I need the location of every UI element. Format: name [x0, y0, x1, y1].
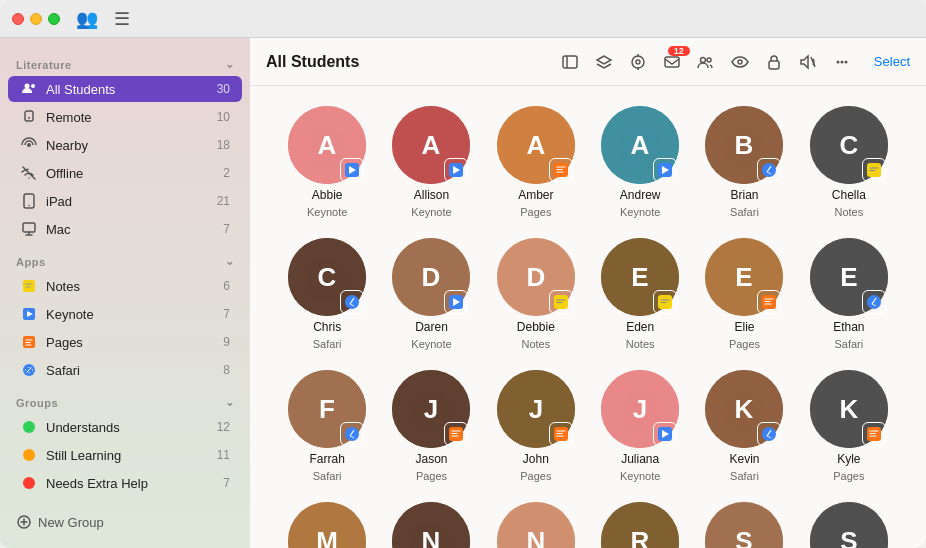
- sidebar-section-apps[interactable]: Apps ⌄: [0, 243, 250, 272]
- sidebar-item-label: All Students: [46, 82, 217, 97]
- sidebar-item-notes[interactable]: Notes 6: [8, 273, 242, 299]
- mute-icon[interactable]: [798, 52, 818, 72]
- student-card[interactable]: E EliePages: [697, 238, 791, 350]
- svg-point-16: [23, 477, 35, 489]
- avatar: N: [497, 502, 575, 548]
- sidebar-item-count: 18: [217, 138, 230, 152]
- app-icon: [862, 422, 886, 446]
- eye-icon[interactable]: [730, 52, 750, 72]
- student-card[interactable]: S SamaraPages: [697, 502, 791, 548]
- avatar: R: [601, 502, 679, 548]
- sidebar-item-still-learning[interactable]: Still Learning 11: [8, 442, 242, 468]
- student-avatar-wrap: N: [497, 502, 575, 548]
- student-card[interactable]: R RaffiKeynote: [593, 502, 687, 548]
- sidebar-item-count: 8: [223, 363, 230, 377]
- student-avatar-wrap: J: [392, 370, 470, 448]
- sidebar-section-groups[interactable]: Groups ⌄: [0, 384, 250, 413]
- student-card[interactable]: J JulianaKeynote: [593, 370, 687, 482]
- student-card[interactable]: C ChrisSafari: [280, 238, 374, 350]
- sidebar-item-keynote[interactable]: Keynote 7: [8, 301, 242, 327]
- student-card[interactable]: A AllisonKeynote: [384, 106, 478, 218]
- svg-rect-24: [665, 57, 679, 67]
- maximize-button[interactable]: [48, 13, 60, 25]
- student-card[interactable]: E EthanSafari: [802, 238, 896, 350]
- sidebar-item-understands[interactable]: Understands 12: [8, 414, 242, 440]
- student-app: Safari: [730, 206, 759, 218]
- sidebar-item-needs-extra-help[interactable]: Needs Extra Help 7: [8, 470, 242, 496]
- sidebar-item-count: 7: [223, 307, 230, 321]
- svg-text:D: D: [422, 262, 441, 292]
- student-card[interactable]: B BrianSafari: [697, 106, 791, 218]
- student-name: Eden: [626, 320, 654, 334]
- app-icon: [653, 422, 677, 446]
- student-card[interactable]: K KylePages: [802, 370, 896, 482]
- target-icon[interactable]: [628, 52, 648, 72]
- student-card[interactable]: J JasonPages: [384, 370, 478, 482]
- student-app: Notes: [521, 338, 550, 350]
- student-card[interactable]: A AmberPages: [489, 106, 583, 218]
- student-card[interactable]: A AndrewKeynote: [593, 106, 687, 218]
- notes-icon: [20, 277, 38, 295]
- student-card[interactable]: D DarenKeynote: [384, 238, 478, 350]
- sidebar-item-remote[interactable]: Remote 10: [8, 104, 242, 130]
- sidebar-item-mac[interactable]: Mac 7: [8, 216, 242, 242]
- student-card[interactable]: N NicoleNotes: [489, 502, 583, 548]
- student-avatar-wrap: D: [392, 238, 470, 316]
- sidebar-item-all-students[interactable]: All Students 30: [8, 76, 242, 102]
- needs-help-icon: [20, 474, 38, 492]
- app-icon: [340, 290, 364, 314]
- student-card[interactable]: M MatthewPages: [280, 502, 374, 548]
- student-card[interactable]: N NerioSafari: [384, 502, 478, 548]
- svg-text:E: E: [840, 262, 857, 292]
- student-card[interactable]: C ChellaNotes: [802, 106, 896, 218]
- svg-text:A: A: [631, 130, 650, 160]
- svg-text:E: E: [736, 262, 753, 292]
- main-content: Literature ⌄ All Students 30 Remote 10: [0, 38, 926, 548]
- sidebar-toggle-icon[interactable]: [560, 52, 580, 72]
- more-icon[interactable]: [832, 52, 852, 72]
- sidebar-item-count: 7: [223, 222, 230, 236]
- app-icon: [549, 290, 573, 314]
- sidebar-item-safari[interactable]: Safari 8: [8, 357, 242, 383]
- sidebar-item-ipad[interactable]: iPad 21: [8, 188, 242, 214]
- student-app: Keynote: [411, 206, 451, 218]
- student-avatar-wrap: K: [705, 370, 783, 448]
- sidebar-item-pages[interactable]: Pages 9: [8, 329, 242, 355]
- svg-text:S: S: [736, 526, 753, 548]
- people-icon[interactable]: 👥: [76, 8, 98, 30]
- sidebar-item-label: Still Learning: [46, 448, 217, 463]
- svg-text:E: E: [631, 262, 648, 292]
- mail-icon[interactable]: [662, 52, 682, 72]
- sidebar-item-label: Offline: [46, 166, 223, 181]
- layers-icon[interactable]: [594, 52, 614, 72]
- page-title: All Students: [266, 53, 560, 71]
- student-card[interactable]: A AbbieKeynote: [280, 106, 374, 218]
- student-app: Keynote: [411, 338, 451, 350]
- student-card[interactable]: F FarrahSafari: [280, 370, 374, 482]
- student-name: Kyle: [837, 452, 860, 466]
- close-button[interactable]: [12, 13, 24, 25]
- student-card[interactable]: J JohnPages: [489, 370, 583, 482]
- student-card[interactable]: S SarahNotes: [802, 502, 896, 548]
- select-button[interactable]: Select: [874, 54, 910, 69]
- new-group-button[interactable]: New Group: [0, 504, 250, 540]
- sidebar-item-count: 2: [223, 166, 230, 180]
- main-header: All Students: [250, 38, 926, 86]
- student-card[interactable]: K KevinSafari: [697, 370, 791, 482]
- sidebar-item-nearby[interactable]: Nearby 18: [8, 132, 242, 158]
- list-icon[interactable]: ☰: [114, 8, 130, 30]
- app-icon: [757, 290, 781, 314]
- app-icon: [862, 158, 886, 182]
- student-card[interactable]: D DebbieNotes: [489, 238, 583, 350]
- sidebar-section-literature[interactable]: Literature ⌄: [0, 46, 250, 75]
- student-app: Notes: [626, 338, 655, 350]
- minimize-button[interactable]: [30, 13, 42, 25]
- svg-text:N: N: [526, 526, 545, 548]
- sidebar-item-offline[interactable]: Offline 2: [8, 160, 242, 186]
- student-card[interactable]: E EdenNotes: [593, 238, 687, 350]
- group-icon[interactable]: [696, 52, 716, 72]
- svg-point-27: [738, 60, 742, 64]
- svg-text:D: D: [526, 262, 545, 292]
- student-app: Safari: [730, 470, 759, 482]
- lock-icon[interactable]: [764, 52, 784, 72]
